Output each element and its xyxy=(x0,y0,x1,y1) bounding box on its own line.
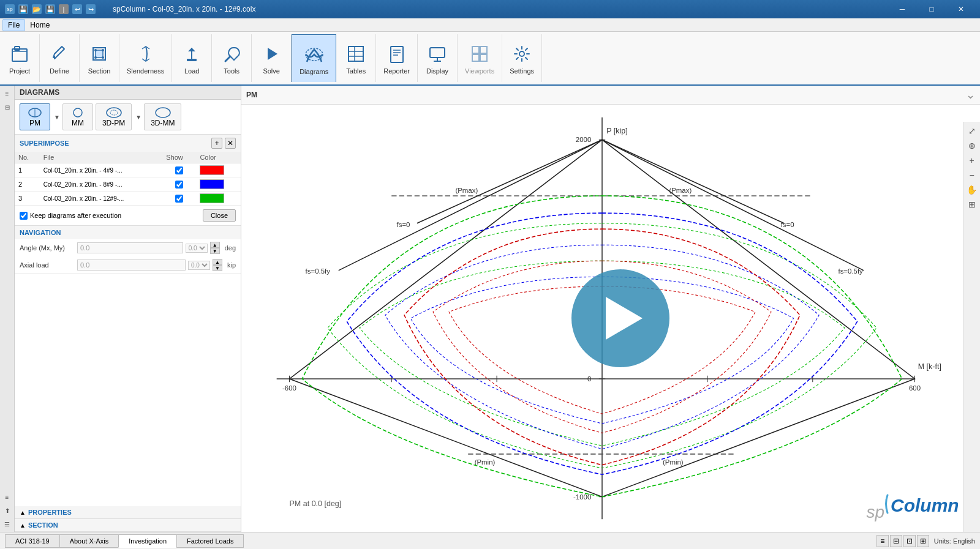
view-btn-4[interactable]: ⊞ xyxy=(917,535,929,547)
solve-icon xyxy=(259,42,284,66)
tab-about-x[interactable]: About X-Axis xyxy=(59,534,119,548)
diagram-header: PM ⌄ xyxy=(241,86,980,105)
tab-pm[interactable]: PM xyxy=(20,103,50,130)
status-right: ≡ ⊟ ⊡ ⊞ Units: English xyxy=(876,535,975,547)
superimpose-close-btn[interactable]: ✕ xyxy=(225,138,236,149)
table-row: 3 Col-03_20in. x 20in. - 12#9-... xyxy=(15,192,241,206)
row2-show[interactable] xyxy=(162,177,196,192)
row1-checkbox[interactable] xyxy=(175,166,183,174)
angle-down-btn[interactable]: ▼ xyxy=(210,248,220,254)
ribbon-display[interactable]: Display xyxy=(418,34,458,82)
tab-aci[interactable]: ACI 318-19 xyxy=(5,534,59,548)
axial-input[interactable] xyxy=(77,260,186,271)
angle-up-btn[interactable]: ▲ xyxy=(210,242,220,248)
svg-line-65 xyxy=(602,140,864,271)
svg-text:fs=0: fs=0 xyxy=(781,221,794,228)
sidebar-menu-icon[interactable]: ☰ xyxy=(2,518,13,529)
ribbon-define[interactable]: Define xyxy=(40,34,80,82)
svg-text:600: 600 xyxy=(909,384,921,392)
ribbon-viewports[interactable]: Viewports xyxy=(458,34,502,82)
section-collapse[interactable]: ▲ SECTION xyxy=(15,519,241,532)
ribbon-project[interactable]: Project xyxy=(0,34,40,82)
zoom-fit-icon[interactable]: ⤢ xyxy=(965,124,979,138)
toolbar-icon-5[interactable]: ↩ xyxy=(72,4,82,14)
close-button[interactable]: ✕ xyxy=(947,0,975,18)
row3-color-swatch[interactable] xyxy=(200,193,224,203)
play-button[interactable] xyxy=(571,269,669,367)
view-btn-3[interactable]: ⊡ xyxy=(903,535,916,547)
toolbar-icon-6[interactable]: ↪ xyxy=(86,4,96,14)
table-row: 1 Col-01_20in. x 20in. - 4#9 -... xyxy=(15,163,241,177)
row3-show[interactable] xyxy=(162,192,196,206)
axial-up-btn[interactable]: ▲ xyxy=(213,259,222,265)
sidebar-layers-icon[interactable]: ⊟ xyxy=(2,102,13,113)
angle-input[interactable] xyxy=(77,242,183,253)
axial-down-btn[interactable]: ▼ xyxy=(213,265,222,271)
minimize-button[interactable]: ─ xyxy=(888,0,916,18)
diagram-tabs: PM ▼ MM 3D-PM ▼ 3D-MM xyxy=(15,100,241,135)
svg-rect-25 xyxy=(480,54,487,61)
tab-factored-loads[interactable]: Factored Loads xyxy=(176,534,244,548)
ribbon: Project Define Section Slenderness Load … xyxy=(0,32,980,86)
zoom-custom-icon[interactable]: + xyxy=(965,154,979,167)
grid-icon[interactable]: ⊞ xyxy=(965,198,979,211)
row3-checkbox[interactable] xyxy=(175,195,183,203)
pan-icon[interactable]: ✋ xyxy=(965,183,979,196)
svg-text:M [k-ft]: M [k-ft] xyxy=(918,362,941,371)
superimpose-header[interactable]: SUPERIMPOSE + ✕ xyxy=(15,135,241,152)
toolbar-icon-3[interactable]: 💾 xyxy=(45,4,55,14)
keep-diagrams-checkbox[interactable] xyxy=(20,212,28,220)
sidebar-filter-icon[interactable]: ≡ xyxy=(2,88,13,99)
3dpm-tab-arrow[interactable]: ▼ xyxy=(135,114,141,121)
tab-3d-mm[interactable]: 3D-MM xyxy=(144,103,181,130)
view-btn-2[interactable]: ⊟ xyxy=(890,535,902,547)
axial-select[interactable]: 0.0 xyxy=(188,261,210,270)
ribbon-tables[interactable]: Tables xyxy=(336,34,376,82)
toolbar-icon-2[interactable]: 📂 xyxy=(32,4,42,14)
maximize-button[interactable]: □ xyxy=(918,0,946,18)
toolbar-icon-1[interactable]: 💾 xyxy=(18,4,28,14)
tab-3d-pm[interactable]: 3D-PM xyxy=(96,103,132,130)
menu-item-file[interactable]: File xyxy=(2,19,25,31)
ribbon-tools[interactable]: Tools xyxy=(212,34,252,82)
close-button[interactable]: Close xyxy=(203,209,236,222)
superimpose-add-btn[interactable]: + xyxy=(211,138,222,149)
ribbon-reporter[interactable]: Reporter xyxy=(376,34,418,82)
angle-row: Angle (Mx, My) 0.0 ▲ ▼ deg xyxy=(15,239,241,256)
keep-diagrams-label[interactable]: Keep diagrams after execution xyxy=(20,212,121,220)
ribbon-section-label: Section xyxy=(88,67,111,75)
zoom-in-icon[interactable]: ⊕ xyxy=(965,139,979,152)
zoom-out-icon[interactable]: − xyxy=(965,168,979,182)
sidebar-down-icon[interactable]: ≡ xyxy=(2,491,13,502)
tab-investigation[interactable]: Investigation xyxy=(118,534,176,548)
3dmm-tab-icon xyxy=(153,106,173,119)
tab-mm[interactable]: MM xyxy=(62,103,93,130)
ribbon-slenderness[interactable]: Slenderness xyxy=(119,34,172,82)
properties-arrow: ▲ xyxy=(20,509,26,516)
pm-tab-arrow[interactable]: ▼ xyxy=(54,114,60,121)
properties-title: PROPERTIES xyxy=(28,509,72,516)
row1-color-swatch[interactable] xyxy=(200,165,224,175)
row2-color-swatch[interactable] xyxy=(200,179,224,189)
row2-checkbox[interactable] xyxy=(175,181,183,189)
diagrams-icon xyxy=(302,42,326,67)
angle-select[interactable]: 0.0 xyxy=(186,244,208,253)
ribbon-load[interactable]: Load xyxy=(172,34,212,82)
view-btn-1[interactable]: ≡ xyxy=(876,535,889,547)
ribbon-section[interactable]: Section xyxy=(80,34,119,82)
ribbon-solve[interactable]: Solve xyxy=(252,34,292,82)
menu-item-home[interactable]: Home xyxy=(25,20,55,31)
navigation-header[interactable]: NAVIGATION xyxy=(15,226,241,239)
properties-section[interactable]: ▲ PROPERTIES xyxy=(15,506,241,519)
svg-text:P [kip]: P [kip] xyxy=(606,127,628,135)
settings-icon xyxy=(510,42,534,66)
ribbon-settings[interactable]: Settings xyxy=(502,34,542,82)
diagram-expand-icon[interactable]: ⌄ xyxy=(966,88,975,102)
sidebar-up-icon[interactable]: ⬆ xyxy=(2,505,13,516)
row1-show[interactable] xyxy=(162,163,196,177)
ribbon-tables-label: Tables xyxy=(346,67,366,75)
ribbon-diagrams[interactable]: Diagrams xyxy=(292,34,336,82)
axial-unit: kip xyxy=(227,261,236,269)
section-title: SECTION xyxy=(28,521,58,529)
toolbar-icon-4[interactable]: | xyxy=(59,4,69,14)
